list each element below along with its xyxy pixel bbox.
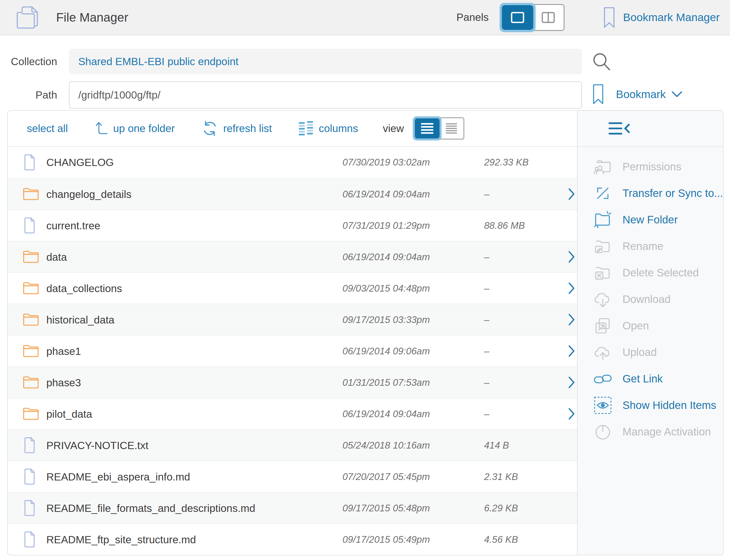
panels-toggle [500, 3, 565, 32]
file-icon [22, 154, 36, 171]
bookmark-dropdown[interactable]: Bookmark [592, 83, 682, 106]
sidebar-action-label: Delete Selected [622, 267, 699, 279]
chevron-down-icon [672, 91, 682, 98]
file-size: – [484, 241, 490, 273]
sidebar-action-label: Manage Activation [622, 426, 711, 438]
open-folder-chevron-icon[interactable] [568, 345, 575, 357]
search-button[interactable] [591, 51, 612, 73]
file-size: 2.31 KB [484, 461, 518, 493]
file-name: README_file_formats_and_descriptions.md [46, 493, 255, 524]
upload-icon [592, 343, 614, 362]
select-all-button[interactable]: select all [27, 123, 68, 135]
power-icon [592, 422, 614, 441]
file-name: CHANGELOG [46, 147, 114, 178]
sidebar-action-label: Show Hidden Items [622, 399, 716, 412]
delete-icon [592, 263, 614, 282]
file-date: 09/17/2015 03:33pm [342, 304, 430, 336]
file-row[interactable]: README_ebi_aspera_info.md07/20/2017 05:4… [8, 461, 577, 492]
bookmark-icon [592, 83, 605, 106]
file-row[interactable]: README_file_formats_and_descriptions.md0… [8, 492, 577, 523]
file-date: 07/30/2019 03:02am [342, 147, 430, 178]
eye-icon [592, 396, 614, 415]
sidebar-action-download: Download [578, 286, 723, 312]
view-label: view [383, 123, 404, 135]
file-size: – [484, 179, 490, 210]
file-date: 09/17/2015 05:49pm [342, 524, 430, 555]
sidebar-action-rename: Rename [578, 233, 723, 259]
sidebar-action-permissions: Permissions [578, 153, 723, 180]
file-row[interactable]: phase106/19/2014 09:06am– [8, 335, 577, 366]
file-row[interactable]: pilot_data06/19/2014 09:04am– [8, 398, 577, 429]
file-size: 88.86 MB [484, 210, 525, 241]
refresh-icon [202, 120, 218, 137]
sidebar-action-upload: Upload [578, 339, 723, 365]
file-name: historical_data [46, 304, 114, 336]
file-name: pilot_data [46, 398, 92, 430]
open-folder-chevron-icon[interactable] [568, 251, 575, 263]
file-row[interactable]: changelog_details06/19/2014 09:04am– [8, 178, 577, 209]
search-icon [591, 51, 612, 73]
sidebar-action-label: New Folder [622, 214, 678, 226]
sidebar-action-new-folder[interactable]: New Folder [578, 206, 723, 233]
file-size: 292.33 KB [484, 147, 529, 178]
bookmark-manager-button[interactable]: Bookmark Manager [603, 6, 720, 29]
sidebar-action-show-hidden-items[interactable]: Show Hidden Items [578, 392, 723, 418]
open-folder-chevron-icon[interactable] [568, 282, 575, 294]
open-folder-chevron-icon[interactable] [568, 376, 575, 389]
sidebar-action-delete-selected: Delete Selected [578, 259, 723, 286]
refresh-list-button[interactable]: refresh list [202, 120, 272, 137]
link-icon [592, 369, 614, 388]
file-row[interactable]: PRIVACY-NOTICE.txt05/24/2018 10:16am414 … [8, 429, 577, 461]
path-input[interactable] [69, 81, 582, 109]
panels-dual-button[interactable] [532, 4, 565, 31]
file-row[interactable]: phase301/31/2015 07:53am– [8, 366, 577, 398]
file-size: – [484, 398, 490, 430]
sidebar-action-label: Open [622, 320, 649, 332]
file-date: 09/03/2015 04:48pm [342, 273, 430, 304]
columns-button[interactable]: columns [299, 120, 358, 137]
file-row[interactable]: historical_data09/17/2015 03:33pm– [8, 304, 577, 335]
file-row[interactable]: README_ftp_site_structure.md09/17/2015 0… [8, 523, 577, 555]
sidebar-action-label: Permissions [622, 161, 681, 173]
file-row[interactable]: CHANGELOG07/30/2019 03:02am292.33 KB [8, 147, 577, 178]
view-compact-button[interactable] [439, 117, 464, 139]
folder-icon [22, 312, 40, 327]
app-header: File Manager Panels Bookmark Manager [0, 0, 730, 35]
sidebar-action-label: Upload [622, 346, 657, 358]
folder-icon [22, 343, 40, 359]
open-folder-chevron-icon[interactable] [568, 188, 575, 200]
sidebar-header [578, 111, 723, 147]
file-row[interactable]: data_collections09/03/2015 04:48pm– [8, 272, 577, 304]
file-icon [22, 499, 36, 517]
open-folder-chevron-icon[interactable] [568, 408, 575, 420]
columns-label: columns [319, 123, 358, 135]
transfer-icon [592, 184, 614, 203]
file-name: README_ebi_aspera_info.md [46, 461, 190, 493]
file-date: 06/19/2014 09:04am [342, 179, 430, 210]
permissions-icon [592, 157, 614, 176]
rename-icon [592, 237, 614, 256]
file-row[interactable]: current.tree07/31/2019 01:29pm88.86 MB [8, 209, 577, 241]
file-name: phase1 [46, 336, 81, 367]
view-list-button[interactable] [413, 116, 442, 141]
collection-label: Collection [0, 56, 57, 68]
folder-icon [22, 186, 40, 202]
collapse-sidebar-button[interactable] [608, 121, 631, 136]
single-panel-icon [510, 11, 526, 24]
up-one-folder-button[interactable]: up one folder [95, 121, 175, 136]
file-row[interactable]: data06/19/2014 09:04am– [8, 241, 577, 272]
file-icon [22, 436, 36, 454]
file-date: 09/17/2015 05:48pm [342, 493, 430, 524]
panels-single-button[interactable] [500, 3, 536, 32]
file-manager-app: File Manager Panels Bookmark Manager Col… [0, 0, 730, 560]
sidebar-action-get-link[interactable]: Get Link [578, 365, 723, 392]
file-size: – [484, 273, 490, 304]
file-size: – [484, 304, 490, 336]
file-size: – [484, 336, 490, 367]
sidebar-action-transfer-or-sync-to[interactable]: Transfer or Sync to... [578, 180, 723, 206]
open-folder-chevron-icon[interactable] [568, 313, 575, 326]
path-label: Path [0, 89, 57, 101]
collection-field[interactable]: Shared EMBL-EBI public endpoint [69, 49, 582, 74]
file-name: current.tree [46, 210, 100, 241]
file-icon [22, 217, 36, 234]
